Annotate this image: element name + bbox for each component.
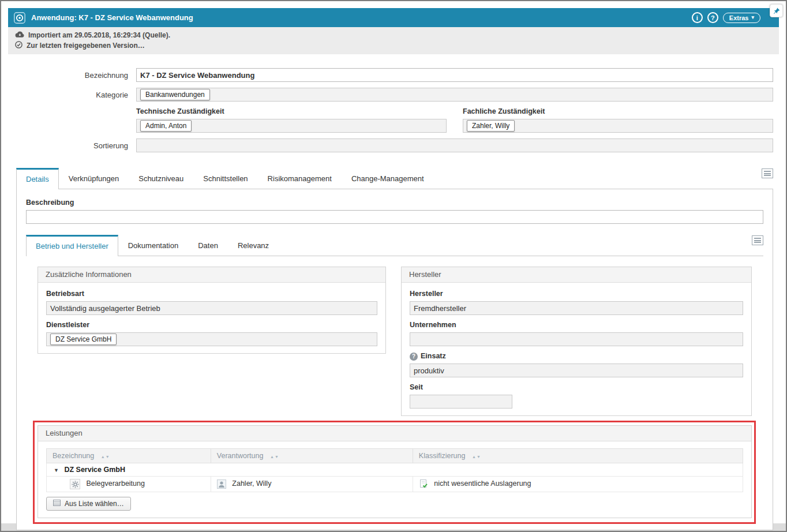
beschreibung-label: Beschreibung	[26, 198, 763, 207]
beschreibung-input[interactable]	[26, 210, 763, 224]
info-button[interactable]: i	[692, 12, 703, 23]
layout-toggle-icon[interactable]	[762, 168, 773, 178]
seit-label: Seit	[410, 383, 743, 392]
details-panel: Beschreibung Betrieb und Hersteller Doku…	[16, 189, 773, 530]
tab-verknuepfungen[interactable]: Verknüpfungen	[59, 167, 129, 189]
tab-schnittstellen[interactable]: Schnittstellen	[193, 167, 257, 189]
field-value: produktiv	[414, 366, 444, 375]
zustaendigkeit-row: Technische Zuständigkeit Admin, Anton Fa…	[8, 107, 773, 133]
sort-desc-icon[interactable]: ▼	[275, 455, 279, 459]
dienstleister-field[interactable]: DZ Service GmbH	[46, 332, 377, 346]
group-title-hersteller: Hersteller	[402, 267, 751, 283]
sort-desc-icon[interactable]: ▼	[477, 455, 481, 459]
tab-details[interactable]: Details	[16, 168, 59, 189]
fachliche-zustaendigkeit-chip[interactable]: Zahler, Willy	[467, 120, 515, 132]
column-header-verantwortung[interactable]: Verantwortung ▲▼	[211, 449, 413, 463]
import-line: Importiert am 29.05.2018, 16:29:34 (Quel…	[15, 31, 772, 40]
bezeichnung-input[interactable]: K7 - DZ Service Webanwendung	[136, 68, 773, 82]
import-date-text: Importiert am 29.05.2018, 16:29:34 (Quel…	[28, 31, 170, 40]
subtab-dokumentation[interactable]: Dokumentation	[118, 234, 188, 256]
window-content: Anwendung: K7 - DZ Service Webanwendung …	[1, 1, 786, 530]
last-approved-version-link[interactable]: Zur letzten freigegebenen Version…	[27, 41, 145, 50]
person-icon	[217, 479, 226, 489]
subtab-relevanz[interactable]: Relevanz	[228, 234, 279, 256]
tab-change-management[interactable]: Change-Management	[342, 167, 434, 189]
dienstleister-label: Dienstleister	[46, 321, 377, 329]
technische-zustaendigkeit-chip[interactable]: Admin, Anton	[140, 120, 192, 132]
header-form: Bezeichnung K7 - DZ Service Webanwendung…	[8, 54, 779, 159]
leistungen-group: Leistungen Bezeichnung ▲▼	[38, 425, 752, 518]
group-row-label: DZ Service GmbH	[64, 466, 125, 474]
unternehmen-field[interactable]	[410, 332, 743, 346]
unternehmen-label: Unternehmen	[410, 321, 743, 329]
subtab-daten[interactable]: Daten	[188, 234, 228, 256]
chevron-down-icon: ▾	[751, 15, 754, 20]
layout-toggle-icon-2[interactable]	[752, 235, 763, 245]
version-line: Zur letzten freigegebenen Version…	[15, 41, 772, 50]
group-title-leistungen: Leistungen	[38, 426, 751, 441]
column-header-bezeichnung[interactable]: Bezeichnung ▲▼	[47, 449, 211, 463]
bezeichnung-row: Bezeichnung K7 - DZ Service Webanwendung	[8, 68, 773, 82]
app-logo-icon	[14, 12, 25, 24]
kategorie-field[interactable]: Bankanwendungen	[136, 88, 773, 102]
extras-label: Extras	[729, 14, 749, 21]
cell-klassifizierung: nicht wesentliche Auslagerung	[434, 479, 531, 488]
button-label: Aus Liste wählen…	[65, 500, 124, 508]
table-group-row[interactable]: ▼ DZ Service GmbH	[47, 463, 743, 477]
sub-tab-bar: Betrieb und Hersteller Dokumentation Dat…	[26, 234, 763, 256]
technische-zustaendigkeit-group: Technische Zuständigkeit Admin, Anton	[136, 107, 447, 133]
cloud-download-icon	[15, 31, 24, 40]
column-header-klassifizierung[interactable]: Klassifizierung ▲▼	[413, 449, 743, 463]
cell-verantwortung: Zahler, Willy	[232, 479, 271, 488]
sortierung-row: Sortierung	[8, 138, 773, 152]
tab-schutzniveau[interactable]: Schutzniveau	[129, 167, 193, 189]
window-title: Anwendung: K7 - DZ Service Webanwendung	[31, 13, 193, 22]
sort-desc-icon[interactable]: ▼	[106, 455, 110, 459]
field-value: Fremdhersteller	[414, 304, 466, 313]
hersteller-field[interactable]: Fremdhersteller	[410, 301, 743, 315]
column-label: Bezeichnung	[53, 452, 94, 460]
technische-zustaendigkeit-label: Technische Zuständigkeit	[136, 107, 447, 116]
betriebsart-field[interactable]: Vollständig ausgelagerter Betrieb	[46, 301, 377, 315]
dienstleister-chip[interactable]: DZ Service GmbH	[50, 334, 117, 345]
hersteller-group: Hersteller Hersteller Fremdhersteller Un…	[401, 267, 752, 416]
kategorie-label: Kategorie	[8, 91, 136, 99]
seit-field[interactable]	[410, 395, 512, 409]
fachliche-zustaendigkeit-field[interactable]: Zahler, Willy	[463, 119, 773, 133]
sortierung-field[interactable]	[136, 138, 773, 152]
table-row[interactable]: Belegverarbeitung	[47, 477, 743, 492]
main-tab-bar: Details Verknüpfungen Schutzniveau Schni…	[16, 167, 773, 189]
zusaetzliche-informationen-group: Zusätzliche Informationen Betriebsart Vo…	[38, 267, 386, 354]
cell-bezeichnung: Belegverarbeitung	[86, 479, 144, 488]
field-value: K7 - DZ Service Webanwendung	[140, 71, 254, 80]
quelle-link[interactable]: Quelle	[145, 31, 166, 39]
sort-asc-icon[interactable]: ▲	[101, 455, 106, 459]
field-value: Vollständig ausgelagerter Betrieb	[50, 304, 160, 313]
sort-asc-icon[interactable]: ▲	[270, 455, 275, 459]
betriebsart-label: Betriebsart	[46, 290, 377, 298]
service-gear-icon	[70, 479, 80, 489]
sortierung-label: Sortierung	[8, 141, 136, 150]
subtab-betrieb-und-hersteller[interactable]: Betrieb und Hersteller	[26, 235, 118, 256]
tab-risikomanagement[interactable]: Risikomanagement	[258, 167, 342, 189]
extras-button[interactable]: Extras ▾	[723, 13, 760, 23]
bezeichnung-label: Bezeichnung	[8, 71, 136, 80]
collapse-icon[interactable]: ▼	[54, 467, 59, 473]
pin-window-button[interactable]	[770, 4, 783, 17]
aus-liste-waehlen-button[interactable]: Aus Liste wählen…	[46, 497, 131, 511]
einsatz-label: Einsatz	[421, 352, 446, 361]
application-window: Anwendung: K7 - DZ Service Webanwendung …	[0, 0, 787, 532]
fachliche-zustaendigkeit-label: Fachliche Zuständigkeit	[463, 107, 773, 116]
list-icon	[53, 500, 61, 508]
classification-check-icon	[419, 479, 428, 489]
kategorie-chip[interactable]: Bankanwendungen	[140, 89, 210, 100]
einsatz-field[interactable]: produktiv	[410, 364, 743, 377]
help-icon[interactable]: ?	[410, 353, 418, 361]
leistungen-table: Bezeichnung ▲▼ Verantwortung ▲▼	[46, 448, 743, 492]
sort-asc-icon[interactable]: ▲	[472, 455, 477, 459]
technische-zustaendigkeit-field[interactable]: Admin, Anton	[136, 119, 447, 133]
kategorie-row: Kategorie Bankanwendungen	[8, 88, 773, 102]
import-info-bar: Importiert am 29.05.2018, 16:29:34 (Quel…	[8, 27, 779, 54]
hersteller-label: Hersteller	[410, 290, 743, 298]
help-button[interactable]: ?	[707, 12, 718, 23]
